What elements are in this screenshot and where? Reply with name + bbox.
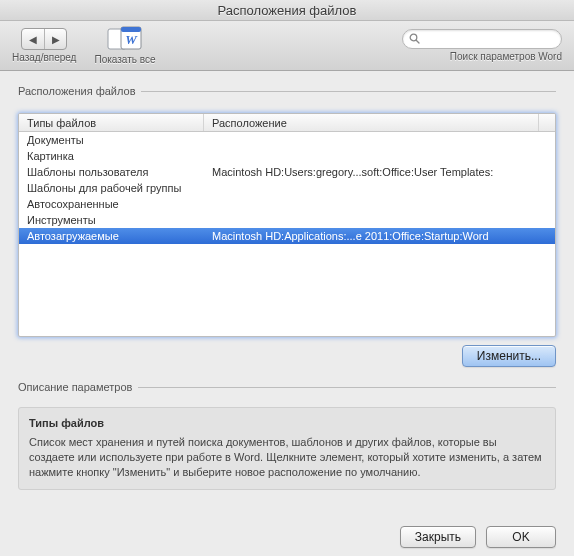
column-header-location[interactable]: Расположение [204, 114, 539, 131]
window-title: Расположения файлов [0, 0, 574, 21]
ok-button[interactable]: OK [486, 526, 556, 548]
description-legend: Описание параметров [18, 381, 138, 393]
table-row[interactable]: Шаблоны для рабочей группы [19, 180, 555, 196]
search-icon [409, 33, 420, 46]
column-header-spacer [539, 114, 555, 131]
description-body: Список мест хранения и путей поиска доку… [29, 435, 545, 480]
cell-location [204, 180, 555, 196]
table-body[interactable]: ДокументыКартинкаШаблоны пользователяMac… [19, 132, 555, 336]
nav-group: ◀ ▶ Назад/вперед [12, 28, 76, 63]
toolbar: ◀ ▶ Назад/вперед W Показать все Поиск [0, 21, 574, 71]
cell-type: Шаблоны пользователя [19, 164, 204, 180]
cell-type: Автосохраненные [19, 196, 204, 212]
close-button[interactable]: Закрыть [400, 526, 476, 548]
search-field[interactable] [402, 29, 562, 49]
cell-type: Инструменты [19, 212, 204, 228]
show-all-label: Показать все [94, 54, 155, 65]
cell-location [204, 196, 555, 212]
svg-line-5 [416, 40, 419, 43]
cell-type: Автозагружаемые [19, 228, 204, 244]
table-row[interactable]: Инструменты [19, 212, 555, 228]
table-row[interactable]: Шаблоны пользователяMacintosh HD:Users:g… [19, 164, 555, 180]
forward-button[interactable]: ▶ [44, 29, 66, 49]
description-fieldset: Описание параметров Типы файлов Список м… [18, 381, 556, 490]
back-forward-segmented[interactable]: ◀ ▶ [21, 28, 67, 50]
file-locations-fieldset: Расположения файлов Типы файлов Располож… [18, 85, 556, 367]
column-header-type[interactable]: Типы файлов [19, 114, 204, 131]
description-box: Типы файлов Список мест хранения и путей… [18, 407, 556, 490]
triangle-right-icon: ▶ [52, 34, 60, 45]
show-all-icon: W [107, 26, 143, 52]
svg-text:W: W [125, 32, 138, 47]
cell-type: Картинка [19, 148, 204, 164]
cell-type: Шаблоны для рабочей группы [19, 180, 204, 196]
triangle-left-icon: ◀ [29, 34, 37, 45]
show-all-button[interactable]: W [107, 26, 143, 52]
cell-location: Macintosh HD:Users:gregory...soft:Office… [204, 164, 555, 180]
cell-location: Macintosh HD:Applications:...e 2011:Offi… [204, 228, 555, 244]
search-input[interactable] [424, 32, 566, 46]
footer-buttons: Закрыть OK [0, 518, 574, 556]
cell-location [204, 132, 555, 148]
file-locations-table[interactable]: Типы файлов Расположение ДокументыКартин… [18, 113, 556, 337]
search-label: Поиск параметров Word [450, 51, 562, 62]
search-group: Поиск параметров Word [402, 29, 562, 62]
table-row[interactable]: Автосохраненные [19, 196, 555, 212]
table-row[interactable]: Картинка [19, 148, 555, 164]
file-locations-legend: Расположения файлов [18, 85, 141, 97]
nav-label: Назад/вперед [12, 52, 76, 63]
description-title: Типы файлов [29, 416, 545, 431]
table-row[interactable]: Документы [19, 132, 555, 148]
cell-type: Документы [19, 132, 204, 148]
cell-location [204, 212, 555, 228]
show-all-group: W Показать все [94, 26, 155, 65]
cell-location [204, 148, 555, 164]
table-header: Типы файлов Расположение [19, 114, 555, 132]
modify-button[interactable]: Изменить... [462, 345, 556, 367]
table-row[interactable]: АвтозагружаемыеMacintosh HD:Applications… [19, 228, 555, 244]
back-button[interactable]: ◀ [22, 29, 44, 49]
